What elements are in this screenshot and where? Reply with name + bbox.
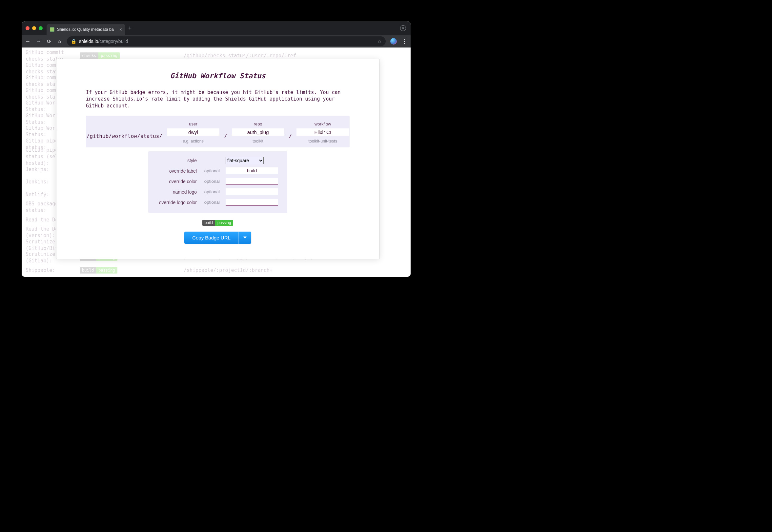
copy-dropdown-button[interactable] <box>239 232 251 244</box>
options-box: style flat-square override label optiona… <box>148 151 287 213</box>
override-label-input[interactable] <box>226 167 278 174</box>
route-prefix: /github/workflow/status/ <box>87 133 162 139</box>
copy-badge-url-button[interactable]: Copy Badge URL <box>184 232 251 244</box>
tabs-dropdown-button[interactable] <box>400 25 406 31</box>
badge-preview: build passing <box>203 219 234 226</box>
tab-strip: Shields.io: Quality metadata ba × + <box>22 21 411 35</box>
browser-menu-button[interactable]: ⋮ <box>401 38 407 45</box>
url-text: shields.io/category/build <box>79 39 128 44</box>
param-eg-user: e.g. actions <box>183 139 204 143</box>
param-label-workflow: workflow <box>315 122 331 126</box>
tab-title: Shields.io: Quality metadata ba <box>57 27 117 32</box>
badge-config-modal: GitHub Workflow Status If your GitHub ba… <box>56 59 379 259</box>
browser-window: Shields.io: Quality metadata ba × + ← → … <box>22 21 411 277</box>
preview-badge-right: passing <box>215 220 233 226</box>
minimize-window-button[interactable] <box>32 26 36 30</box>
new-tab-button[interactable]: + <box>125 25 134 32</box>
param-eg-workflow: toolkit-unit-tests <box>308 139 337 143</box>
modal-title: GitHub Workflow Status <box>170 72 265 80</box>
opt-label-override-logo-color: override logo color <box>157 200 197 205</box>
lock-icon: 🔒 <box>71 39 76 44</box>
add-shields-app-link[interactable]: adding the Shields GitHub application <box>192 96 302 102</box>
param-label-repo: repo <box>254 122 262 126</box>
address-bar[interactable]: 🔒 shields.io/category/build ☆ <box>67 36 386 46</box>
override-color-input[interactable] <box>226 178 278 185</box>
workflow-input[interactable] <box>297 128 349 136</box>
override-logo-color-input[interactable] <box>226 199 278 206</box>
opt-label-named-logo: named logo <box>157 189 197 195</box>
preview-badge-left: build <box>203 220 215 226</box>
extension-icon[interactable] <box>390 38 397 45</box>
rate-limit-note: If your GitHub badge errors, it might be… <box>86 89 350 109</box>
reload-button[interactable]: ⟳ <box>46 38 52 45</box>
close-window-button[interactable] <box>26 26 29 30</box>
user-input[interactable] <box>167 128 220 136</box>
fullscreen-window-button[interactable] <box>39 26 43 30</box>
named-logo-input[interactable] <box>226 188 278 195</box>
repo-input[interactable] <box>232 128 284 136</box>
path-separator: / <box>224 133 227 139</box>
param-eg-repo: toolkit <box>253 139 263 143</box>
back-button[interactable]: ← <box>25 38 31 44</box>
opt-label-style: style <box>157 158 197 163</box>
close-tab-button[interactable]: × <box>119 27 122 32</box>
home-button[interactable]: ⌂ <box>56 38 62 44</box>
page-viewport: GitHub commit checks state:checkspassing… <box>22 47 411 277</box>
copy-button-label: Copy Badge URL <box>184 232 239 244</box>
forward-button[interactable]: → <box>35 38 41 44</box>
param-label-user: user <box>189 122 197 126</box>
browser-tab[interactable]: Shields.io: Quality metadata ba × <box>47 24 125 35</box>
route-builder: /github/workflow/status/ user e.g. actio… <box>86 116 350 147</box>
window-controls <box>26 26 43 30</box>
style-select[interactable]: flat-square <box>226 157 264 164</box>
path-separator: / <box>289 133 292 139</box>
opt-label-override-label: override label <box>157 168 197 174</box>
bookmark-star-icon[interactable]: ☆ <box>377 39 382 44</box>
opt-label-override-color: override color <box>157 179 197 184</box>
favicon-icon <box>50 27 54 32</box>
browser-toolbar: ← → ⟳ ⌂ 🔒 shields.io/category/build ☆ ⋮ <box>22 35 411 47</box>
